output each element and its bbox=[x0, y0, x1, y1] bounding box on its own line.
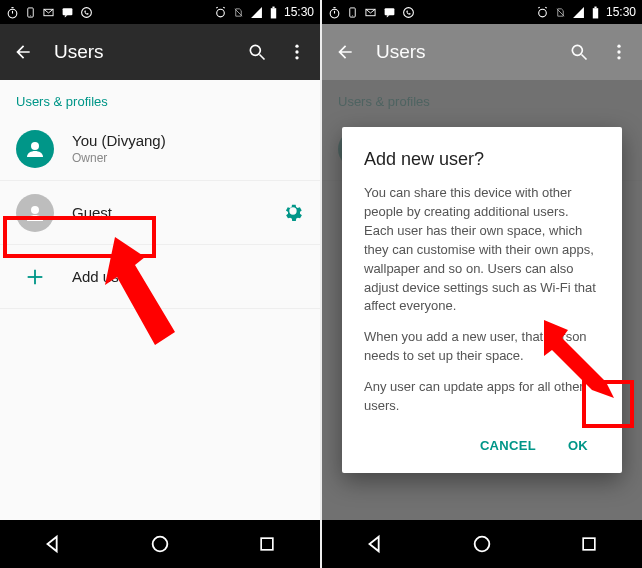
svg-point-53 bbox=[475, 537, 490, 552]
no-sim-icon bbox=[233, 6, 244, 19]
nav-bar bbox=[0, 520, 320, 568]
modal-overlay: Add new user? You can share this device … bbox=[322, 80, 642, 520]
add-user-row[interactable]: Add user bbox=[0, 245, 320, 309]
svg-point-18 bbox=[295, 45, 298, 48]
svg-point-29 bbox=[330, 9, 339, 18]
nav-recents-icon[interactable] bbox=[245, 522, 289, 566]
status-time: 15:30 bbox=[606, 5, 636, 19]
user-role: Owner bbox=[72, 151, 304, 165]
svg-point-22 bbox=[31, 206, 39, 214]
svg-point-0 bbox=[8, 9, 17, 18]
svg-point-19 bbox=[295, 50, 298, 53]
mail-icon bbox=[42, 7, 55, 18]
svg-point-45 bbox=[572, 45, 582, 55]
svg-rect-30 bbox=[333, 7, 335, 8]
user-name: You (Divyang) bbox=[72, 132, 304, 149]
phone-icon bbox=[25, 6, 36, 19]
stopwatch-icon bbox=[328, 6, 341, 19]
svg-rect-35 bbox=[385, 8, 395, 15]
svg-point-49 bbox=[617, 56, 620, 59]
back-icon[interactable] bbox=[334, 41, 356, 63]
user-name: Guest bbox=[72, 204, 282, 221]
svg-point-37 bbox=[404, 7, 414, 17]
status-bar: 15:30 bbox=[322, 0, 642, 24]
alarm-icon bbox=[536, 6, 549, 19]
chat-icon bbox=[383, 6, 396, 19]
avatar-icon bbox=[16, 130, 54, 168]
dialog-title: Add new user? bbox=[364, 149, 600, 170]
back-icon[interactable] bbox=[12, 41, 34, 63]
signal-icon bbox=[250, 6, 263, 19]
dialog-text: Any user can update apps for all other u… bbox=[364, 378, 600, 416]
svg-marker-36 bbox=[387, 15, 390, 17]
whatsapp-icon bbox=[402, 6, 415, 19]
svg-line-46 bbox=[582, 55, 587, 60]
svg-line-10 bbox=[216, 7, 218, 8]
dialog-body: You can share this device with other peo… bbox=[364, 184, 600, 415]
nav-back-icon[interactable] bbox=[31, 522, 75, 566]
page-title: Users bbox=[376, 41, 550, 63]
dialog-text: When you add a new user, that person nee… bbox=[364, 328, 600, 366]
svg-rect-1 bbox=[11, 7, 13, 8]
section-header: Users & profiles bbox=[0, 80, 320, 117]
nav-home-icon[interactable] bbox=[460, 522, 504, 566]
nav-recents-icon[interactable] bbox=[567, 522, 611, 566]
svg-point-48 bbox=[617, 50, 620, 53]
svg-marker-42 bbox=[573, 7, 584, 18]
add-user-dialog: Add new user? You can share this device … bbox=[342, 127, 622, 472]
search-icon[interactable] bbox=[246, 41, 268, 63]
svg-point-20 bbox=[295, 56, 298, 59]
phone-icon bbox=[347, 6, 358, 19]
plus-icon bbox=[16, 258, 54, 296]
svg-marker-26 bbox=[48, 537, 57, 552]
svg-point-9 bbox=[217, 9, 225, 17]
svg-line-17 bbox=[260, 55, 265, 60]
overflow-icon[interactable] bbox=[286, 41, 308, 63]
nav-home-icon[interactable] bbox=[138, 522, 182, 566]
gear-icon[interactable] bbox=[282, 200, 304, 226]
battery-icon bbox=[591, 6, 600, 19]
page-title: Users bbox=[54, 41, 228, 63]
svg-point-47 bbox=[617, 45, 620, 48]
svg-rect-28 bbox=[261, 538, 273, 550]
dialog-text: You can share this device with other peo… bbox=[364, 184, 600, 316]
app-bar: Users bbox=[322, 24, 642, 80]
svg-rect-15 bbox=[272, 6, 274, 8]
app-bar: Users bbox=[0, 24, 320, 80]
signal-icon bbox=[572, 6, 585, 19]
battery-icon bbox=[269, 6, 278, 19]
user-row-you[interactable]: You (Divyang) Owner bbox=[0, 117, 320, 181]
svg-rect-54 bbox=[583, 538, 595, 550]
no-sim-icon bbox=[555, 6, 566, 19]
stopwatch-icon bbox=[6, 6, 19, 19]
svg-line-40 bbox=[545, 7, 547, 8]
user-row-guest[interactable]: Guest bbox=[0, 181, 320, 245]
whatsapp-icon bbox=[80, 6, 93, 19]
chat-icon bbox=[61, 6, 74, 19]
svg-point-21 bbox=[31, 142, 39, 150]
cancel-button[interactable]: CANCEL bbox=[468, 428, 548, 463]
svg-rect-6 bbox=[63, 8, 73, 15]
svg-line-11 bbox=[223, 7, 225, 8]
nav-back-icon[interactable] bbox=[353, 522, 397, 566]
svg-marker-7 bbox=[65, 15, 68, 17]
nav-bar bbox=[322, 520, 642, 568]
add-user-label: Add user bbox=[72, 268, 304, 285]
svg-point-38 bbox=[539, 9, 547, 17]
svg-rect-14 bbox=[271, 8, 276, 18]
svg-rect-43 bbox=[593, 8, 598, 18]
screen-add-user-dialog: 15:30 Users Users & profiles You (D bbox=[322, 0, 642, 568]
svg-point-4 bbox=[30, 15, 31, 16]
svg-point-33 bbox=[352, 15, 353, 16]
mail-icon bbox=[364, 7, 377, 18]
screen-users-list: 15:30 Users Users & profiles You ( bbox=[0, 0, 320, 568]
status-time: 15:30 bbox=[284, 5, 314, 19]
ok-button[interactable]: OK bbox=[556, 428, 600, 463]
search-icon[interactable] bbox=[568, 41, 590, 63]
svg-marker-13 bbox=[251, 7, 262, 18]
avatar-icon bbox=[16, 194, 54, 232]
overflow-icon[interactable] bbox=[608, 41, 630, 63]
status-bar: 15:30 bbox=[0, 0, 320, 24]
svg-marker-52 bbox=[370, 537, 379, 552]
svg-line-39 bbox=[538, 7, 540, 8]
